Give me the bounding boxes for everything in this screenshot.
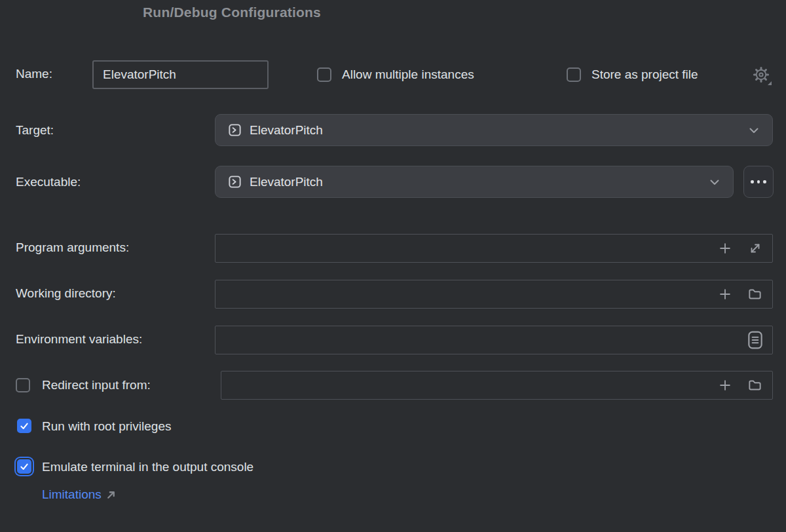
program-arguments-input[interactable] [215, 234, 773, 263]
run-application-icon [227, 123, 242, 138]
allow-multiple-instances-label: Allow multiple instances [342, 66, 474, 83]
checkmark-icon [19, 421, 29, 431]
run-application-icon [227, 174, 242, 189]
add-icon[interactable] [718, 287, 732, 301]
run-debug-configurations-dialog: Run/Debug Configurations Name: Allow mul… [0, 0, 786, 532]
redirect-input-checkbox[interactable] [16, 378, 30, 392]
add-icon[interactable] [718, 241, 732, 256]
redirect-input-label: Redirect input from: [42, 377, 151, 394]
environment-variables-label: Environment variables: [16, 331, 142, 348]
allow-multiple-instances-checkbox[interactable] [317, 67, 331, 82]
working-directory-label: Working directory: [16, 285, 116, 302]
redirect-input-fieldbox [221, 371, 773, 400]
emulate-terminal-label: Emulate terminal in the output console [42, 459, 253, 476]
dropdown-triangle [768, 81, 772, 85]
working-directory-input[interactable] [215, 280, 773, 309]
chevron-down-icon [746, 123, 762, 138]
executable-value: ElevatorPitch [250, 175, 323, 189]
browse-list-icon[interactable] [747, 331, 763, 350]
checkmark-icon [19, 461, 29, 472]
run-with-root-label: Run with root privileges [42, 418, 171, 435]
name-input[interactable] [92, 60, 269, 89]
browse-executable-button[interactable] [743, 166, 774, 198]
folder-icon[interactable] [747, 287, 762, 302]
add-icon[interactable] [718, 378, 732, 392]
ellipsis-icon [751, 180, 754, 183]
environment-variables-fieldbox [215, 326, 773, 354]
program-arguments-label: Program arguments: [16, 239, 129, 256]
name-label: Name: [16, 66, 52, 83]
redirect-input-input[interactable] [221, 371, 773, 400]
emulate-terminal-checkbox[interactable] [17, 459, 31, 474]
external-link-arrow-icon [105, 489, 117, 501]
target-value: ElevatorPitch [250, 123, 323, 138]
limitations-link[interactable]: Limitations [42, 487, 117, 503]
executable-dropdown[interactable]: ElevatorPitch [215, 166, 734, 198]
gear-icon[interactable] [752, 66, 772, 88]
run-with-root-checkbox[interactable] [17, 419, 31, 433]
chevron-down-icon [707, 174, 722, 190]
executable-label: Executable: [16, 174, 81, 191]
expand-icon[interactable] [748, 241, 762, 256]
dialog-title: Run/Debug Configurations [143, 5, 321, 20]
target-dropdown[interactable]: ElevatorPitch [215, 114, 773, 146]
program-arguments-fieldbox [215, 234, 773, 263]
limitations-link-text: Limitations [42, 487, 102, 503]
target-label: Target: [16, 122, 54, 139]
folder-icon[interactable] [747, 378, 762, 393]
store-as-project-file-checkbox[interactable] [567, 67, 581, 82]
working-directory-fieldbox [215, 280, 773, 309]
environment-variables-input[interactable] [215, 326, 773, 354]
store-as-project-file-label: Store as project file [591, 66, 698, 83]
